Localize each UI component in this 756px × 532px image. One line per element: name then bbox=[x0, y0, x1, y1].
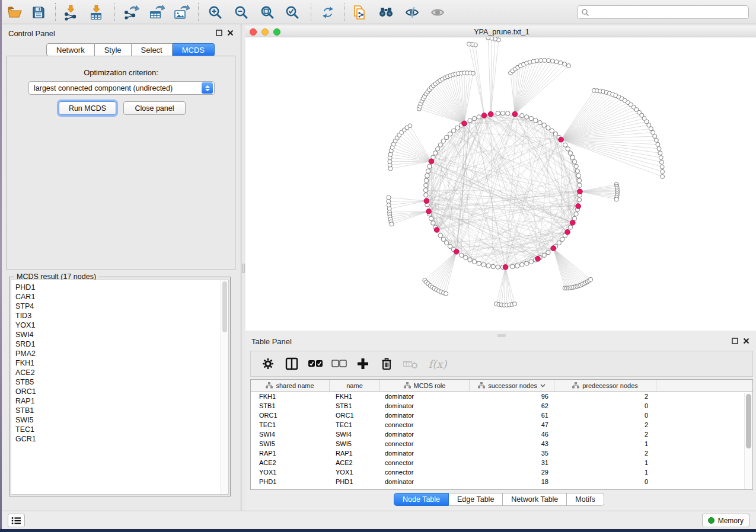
network-leaf-node[interactable] bbox=[661, 175, 665, 179]
import-table-button[interactable] bbox=[88, 4, 104, 21]
mcds-result-item[interactable]: SRD1 bbox=[15, 339, 228, 349]
result-list-scrollbar[interactable] bbox=[221, 280, 228, 494]
mcds-result-item[interactable]: TEC1 bbox=[15, 425, 228, 434]
network-node[interactable] bbox=[570, 155, 575, 159]
mcds-result-item[interactable]: YOX1 bbox=[15, 321, 228, 330]
network-leaf-node[interactable] bbox=[657, 147, 661, 151]
zoom-selected-button[interactable] bbox=[284, 4, 301, 21]
network-leaf-node[interactable] bbox=[543, 58, 547, 62]
network-node[interactable] bbox=[553, 132, 557, 136]
network-node[interactable] bbox=[557, 241, 561, 245]
network-node[interactable] bbox=[491, 264, 495, 268]
save-session-button[interactable] bbox=[30, 4, 47, 21]
mcds-hub-node[interactable] bbox=[551, 246, 556, 251]
network-node[interactable] bbox=[542, 253, 546, 257]
mcds-result-item[interactable]: STB5 bbox=[15, 377, 228, 387]
network-node[interactable] bbox=[425, 174, 429, 178]
close-panel-button[interactable]: Close panel bbox=[123, 101, 186, 115]
column-header-shared-name[interactable]: shared name bbox=[251, 380, 330, 391]
network-leaf-node[interactable] bbox=[444, 291, 448, 296]
network-node[interactable] bbox=[578, 183, 582, 187]
export-network-button[interactable] bbox=[123, 4, 139, 21]
task-history-button[interactable] bbox=[8, 514, 25, 527]
delete-row-button[interactable] bbox=[377, 355, 397, 373]
column-header-predecessor-nodes[interactable]: predecessor nodes bbox=[554, 380, 656, 391]
network-leaf-node[interactable] bbox=[408, 124, 412, 128]
network-leaf-node[interactable] bbox=[660, 165, 664, 169]
network-node[interactable] bbox=[424, 193, 428, 197]
network-node[interactable] bbox=[577, 178, 581, 182]
network-node[interactable] bbox=[575, 169, 579, 173]
close-window-traffic-light[interactable] bbox=[250, 28, 257, 36]
network-node[interactable] bbox=[448, 244, 452, 248]
table-scrollbar-thumb[interactable] bbox=[746, 394, 751, 448]
column-header-name[interactable]: name bbox=[330, 380, 380, 391]
network-leaf-node[interactable] bbox=[390, 222, 394, 226]
table-row[interactable]: YOX1YOX1connector291 bbox=[251, 467, 752, 477]
network-node[interactable] bbox=[500, 111, 505, 115]
mcds-hub-node[interactable] bbox=[454, 249, 460, 255]
mcds-result-item[interactable]: ORC1 bbox=[15, 387, 228, 396]
network-node[interactable] bbox=[428, 164, 432, 168]
network-node[interactable] bbox=[441, 139, 445, 143]
network-node[interactable] bbox=[525, 115, 529, 119]
open-file-button[interactable] bbox=[7, 4, 23, 21]
network-node[interactable] bbox=[486, 264, 490, 268]
zoom-in-button[interactable] bbox=[207, 4, 224, 21]
vertical-splitter[interactable] bbox=[241, 24, 245, 511]
network-leaf-node[interactable] bbox=[651, 130, 655, 134]
table-row[interactable]: PHD1PHD1dominator180 bbox=[251, 477, 752, 486]
horizontal-splitter-grip[interactable] bbox=[497, 334, 506, 337]
select-all-button[interactable] bbox=[305, 355, 326, 373]
deselect-all-button[interactable] bbox=[329, 355, 349, 373]
close-table-panel-icon[interactable] bbox=[743, 338, 749, 344]
mcds-hub-node[interactable] bbox=[462, 121, 467, 126]
table-row[interactable]: TEC1TEC1connector472 bbox=[251, 420, 752, 430]
network-node[interactable] bbox=[431, 221, 435, 225]
splitter-grip[interactable] bbox=[242, 264, 245, 273]
network-node[interactable] bbox=[438, 233, 442, 238]
column-header-MCDS-role[interactable]: MCDS role bbox=[380, 380, 470, 391]
tab-network[interactable]: Network bbox=[46, 43, 95, 56]
mcds-hub-node[interactable] bbox=[424, 198, 429, 204]
network-node[interactable] bbox=[441, 237, 445, 241]
mcds-hub-node[interactable] bbox=[481, 113, 487, 118]
network-node[interactable] bbox=[472, 116, 476, 120]
network-leaf-node[interactable] bbox=[554, 60, 559, 64]
mcds-result-item[interactable]: SWI5 bbox=[15, 415, 228, 425]
refresh-view-button[interactable] bbox=[320, 4, 336, 21]
network-node[interactable] bbox=[481, 262, 486, 267]
zoom-out-button[interactable] bbox=[233, 4, 250, 21]
network-leaf-node[interactable] bbox=[656, 142, 660, 146]
export-table-button[interactable] bbox=[148, 4, 165, 21]
tab-mcds[interactable]: MCDS bbox=[173, 43, 215, 56]
network-canvas[interactable] bbox=[245, 37, 756, 331]
close-panel-icon[interactable] bbox=[227, 30, 234, 36]
network-node[interactable] bbox=[429, 216, 433, 220]
mcds-result-item[interactable]: TID3 bbox=[15, 311, 228, 321]
network-node[interactable] bbox=[468, 258, 472, 262]
mcds-result-item[interactable]: PHD1 bbox=[15, 283, 228, 292]
zoom-fit-button[interactable] bbox=[259, 4, 276, 21]
network-node[interactable] bbox=[464, 255, 468, 259]
network-leaf-node[interactable] bbox=[513, 302, 517, 306]
network-node[interactable] bbox=[550, 129, 554, 133]
network-node[interactable] bbox=[438, 143, 442, 147]
network-node[interactable] bbox=[520, 262, 524, 267]
network-leaf-node[interactable] bbox=[659, 156, 663, 160]
network-leaf-node[interactable] bbox=[660, 160, 664, 164]
network-node[interactable] bbox=[577, 198, 581, 202]
network-node[interactable] bbox=[542, 123, 546, 127]
hide-selected-button[interactable] bbox=[404, 4, 420, 21]
network-node[interactable] bbox=[546, 251, 550, 255]
tab-style[interactable]: Style bbox=[95, 43, 132, 56]
minimize-window-traffic-light[interactable] bbox=[261, 28, 269, 36]
tab-node-table[interactable]: Node Table bbox=[394, 493, 449, 506]
add-row-button[interactable] bbox=[353, 355, 373, 373]
mcds-hub-node[interactable] bbox=[426, 209, 432, 214]
first-neighbors-button[interactable] bbox=[378, 4, 394, 21]
table-settings-button[interactable] bbox=[258, 355, 278, 373]
network-node[interactable] bbox=[506, 111, 510, 116]
mcds-hub-node[interactable] bbox=[503, 265, 508, 270]
mcds-hub-node[interactable] bbox=[576, 204, 581, 209]
